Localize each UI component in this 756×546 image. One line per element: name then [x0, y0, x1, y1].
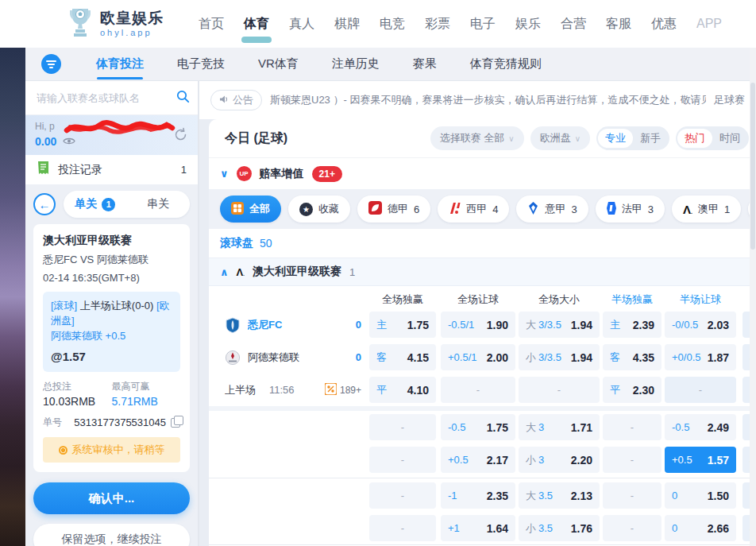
odds-cell[interactable]: -0.51.75	[441, 414, 515, 440]
review-notice: 系统审核中，请稍等	[43, 437, 180, 463]
odds-cell[interactable]: -0/0.52.03	[665, 312, 736, 338]
tab-esports[interactable]: 电子竞技	[177, 56, 225, 72]
league-tab-favorites[interactable]: ★ 收藏	[288, 196, 350, 223]
odds-cell[interactable]: 客4.15	[369, 344, 436, 370]
refresh-balance-icon[interactable]	[173, 127, 188, 145]
back-arrow-icon[interactable]: ←	[33, 193, 56, 215]
odds-value: 2.49	[708, 421, 729, 434]
chevron-up-icon[interactable]: ∧	[220, 266, 229, 278]
brand-logo[interactable]: 欧皇娱乐 ohyl.app	[67, 6, 164, 41]
home-team-name[interactable]: 悉尼FC	[248, 318, 349, 332]
scrollbar-thumb[interactable]	[750, 83, 755, 250]
league-tab-ligue1[interactable]: 法甲 3	[596, 196, 665, 223]
tab-vr-sports[interactable]: VR体育	[258, 56, 299, 72]
keep-selection-button[interactable]: 保留选项，继续投注	[33, 524, 190, 546]
odds-cell[interactable]: 客4.35	[603, 344, 662, 370]
odds-cell[interactable]: -12.35	[441, 482, 515, 509]
handicap-label: +0.5	[448, 454, 469, 466]
slip-tabs: 单关 1 串关	[64, 191, 190, 218]
search-bar	[25, 81, 198, 115]
nav-entertainment[interactable]: 娱乐	[515, 16, 541, 33]
odds-type-dropdown[interactable]: 欧洲盘 ∨	[530, 126, 590, 150]
nav-support[interactable]: 客服	[606, 16, 631, 33]
brand-domain: ohyl.app	[100, 28, 164, 37]
announcement-text[interactable]: 斯顿莱恩U23 ）- 因赛果不明确，赛果将进一步核实，确认后再进行结算，造成不便…	[270, 93, 706, 107]
filter-icon[interactable]	[41, 54, 61, 74]
tab-bet-history[interactable]: 注单历史	[332, 56, 380, 72]
nav-affiliate[interactable]: 合营	[561, 16, 586, 33]
dash: -	[557, 384, 561, 396]
col-fulltime-1x2: 全场独赢	[369, 292, 436, 307]
nav-cards[interactable]: 棋牌	[334, 16, 360, 33]
odds-value: 1.75	[407, 319, 429, 331]
odds-cell[interactable]: 小3/3.51.94	[519, 344, 600, 370]
confirming-button[interactable]: 确认中...	[33, 482, 190, 514]
odds-cell[interactable]: 平4.10	[369, 377, 436, 403]
more-markets-link[interactable]: 189+	[325, 383, 361, 397]
odds-cell[interactable]: 大3.52.13	[519, 482, 600, 509]
nav-esports[interactable]: 电竞	[380, 16, 405, 33]
line-value: 3/3.5	[538, 351, 561, 363]
odds-cell[interactable]: 主2.39	[603, 312, 662, 338]
odds-cell[interactable]: 01.50	[665, 482, 736, 509]
bet-records-item[interactable]: 投注记录 1	[25, 155, 198, 184]
search-icon[interactable]	[176, 90, 190, 106]
odds-cell-selected[interactable]: +0.51.57	[665, 447, 736, 473]
odds-cell[interactable]: 大3/3.51.94	[519, 312, 600, 338]
odds-value: 1.94	[571, 351, 592, 364]
league-section-header[interactable]: ∧ Λ. 澳大利亚甲级联赛 1	[209, 258, 756, 286]
nav-promos[interactable]: 优惠	[651, 16, 677, 33]
odds-cell[interactable]: 小3.51.76	[519, 515, 600, 541]
tab-rules[interactable]: 体育竞猜规则	[470, 56, 542, 72]
nav-app[interactable]: APP	[696, 17, 722, 31]
tab-parlay-bet[interactable]: 串关	[127, 191, 191, 218]
vertical-scrollbar[interactable]	[750, 48, 756, 546]
nav-home[interactable]: 首页	[199, 16, 224, 33]
odds-cell[interactable]: +0/0.51.87	[665, 344, 736, 370]
col-halftime-handicap: 半场让球	[665, 292, 736, 307]
copy-icon[interactable]	[171, 418, 180, 428]
nav-sports[interactable]: 体育	[244, 16, 269, 33]
away-team-name[interactable]: 阿德莱德联	[248, 350, 349, 365]
odds-cell[interactable]: -0.52.49	[665, 414, 736, 440]
odds-cell[interactable]: 主1.75	[369, 312, 436, 338]
tab-single-bet[interactable]: 单关 1	[64, 191, 127, 218]
over-under-label: 小	[526, 521, 536, 536]
league-tab-aleague[interactable]: Λ. 澳甲 1	[672, 196, 741, 223]
odds-boost-row[interactable]: ∨ UP 赔率增值 21+	[209, 157, 756, 189]
mode-pro-option[interactable]: 专业	[598, 129, 633, 148]
nav-live-casino[interactable]: 真人	[289, 16, 314, 33]
tab-results[interactable]: 赛果	[413, 56, 437, 72]
sort-hot-option[interactable]: 热门	[677, 129, 712, 148]
odds-cell[interactable]: 02.66	[665, 515, 736, 541]
slip-market-box: [滚球] 上半场让球(0-0) [欧洲盘] 阿德莱德联 +0.5 @1.57	[43, 292, 180, 372]
handicap-label: 0	[672, 522, 677, 534]
odds-cell-empty: -	[603, 482, 662, 509]
league-tab-count: 1	[724, 203, 730, 215]
odds-cell[interactable]: 平2.30	[603, 377, 662, 403]
nav-lottery[interactable]: 彩票	[425, 16, 450, 33]
sort-time-option[interactable]: 时间	[712, 129, 747, 148]
odds-cell[interactable]: +0.52.17	[441, 447, 515, 473]
period-label: 上半场	[225, 383, 256, 397]
odds-cell-empty: -	[369, 447, 436, 473]
league-tab-bundesliga[interactable]: 德甲 6	[357, 196, 430, 223]
odds-cell[interactable]: +0.5/12.00	[441, 344, 515, 370]
over-under-label: 大	[526, 489, 536, 503]
chevron-down-icon[interactable]: ∨	[220, 168, 229, 180]
odds-value: 1.57	[708, 454, 729, 467]
odds-cell[interactable]: +11.64	[441, 515, 515, 541]
odds-cell[interactable]: 小32.20	[519, 447, 600, 473]
league-tab-seriea[interactable]: 意甲 3	[516, 196, 588, 223]
mode-novice-option[interactable]: 新手	[633, 129, 668, 148]
search-input[interactable]	[37, 92, 176, 104]
league-tab-all[interactable]: 全部	[220, 196, 281, 223]
live-betting-row[interactable]: 滚球盘 50	[209, 229, 756, 258]
tab-sports-betting[interactable]: 体育投注	[96, 56, 144, 72]
nav-slots[interactable]: 电子	[470, 16, 496, 33]
league-tab-laliga[interactable]: 西甲 4	[438, 196, 509, 223]
odds-cell[interactable]: 大31.71	[519, 414, 600, 440]
league-select-dropdown[interactable]: 选择联赛 全部 ∨	[430, 126, 524, 150]
odds-cell[interactable]: -0.5/11.90	[441, 312, 515, 338]
match-row-period: 上半场 11:56 189+ 平4.10 - - 平2.30 -	[209, 374, 756, 406]
